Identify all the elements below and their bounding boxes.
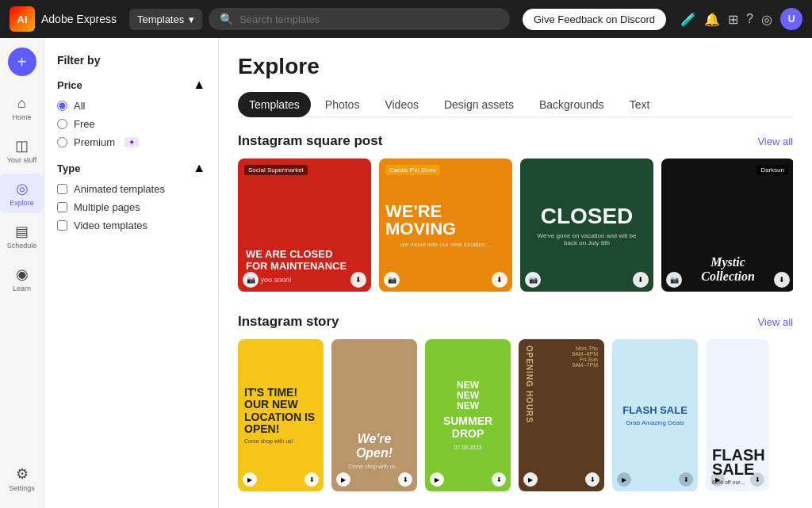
instagram-square-viewall[interactable]: View all (757, 136, 793, 147)
tab-videos[interactable]: Videos (373, 92, 430, 117)
tab-photos[interactable]: Photos (314, 92, 371, 117)
create-button[interactable]: + (8, 48, 36, 76)
animated-checkbox[interactable] (57, 184, 67, 194)
price-all-label: All (74, 100, 85, 112)
story-play-icon-6[interactable]: ▶ (710, 472, 725, 487)
template-dropdown[interactable]: Templates ▾ (129, 9, 202, 30)
instagram-story-grid: IT'S TIME! OUR NEW LOCATION IS OPEN! Com… (238, 339, 793, 491)
story-opening-text: OPENING HOURS (525, 346, 534, 485)
search-input[interactable] (239, 13, 499, 25)
template-story-card[interactable]: IT'S TIME! OUR NEW LOCATION IS OPEN! Com… (238, 339, 324, 491)
template-story-card[interactable]: OPENING HOURS Mon-Thu9AM–8PMFri-Sun9AM–7… (519, 339, 604, 491)
explore-icon: ◎ (16, 180, 29, 197)
story-save-icon-4[interactable]: ⬇ (585, 472, 599, 487)
story-play-icon[interactable]: ▶ (243, 472, 257, 487)
card-save-icon[interactable]: ⬇ (350, 272, 366, 288)
tab-backgrounds[interactable]: Backgrounds (528, 92, 615, 117)
filter-type-header[interactable]: Type ▲ (57, 161, 205, 175)
story-play-icon-2[interactable]: ▶ (336, 472, 350, 487)
instagram-story-viewall[interactable]: View all (757, 316, 793, 328)
video-checkbox[interactable] (57, 220, 67, 231)
tab-templates[interactable]: Templates (238, 92, 311, 117)
apps-icon[interactable]: ⊞ (728, 12, 738, 27)
filter-type-label: Type (57, 162, 80, 174)
instagram-square-grid: Social Supermarket WE ARE CLOSEDFOR MAIN… (238, 159, 793, 292)
story-hours-info: Mon-Thu9AM–8PMFri-Sun9AM–7PM (572, 346, 598, 368)
filter-price-all[interactable]: All (57, 100, 205, 112)
filter-price-free[interactable]: Free (57, 118, 205, 130)
card-moving-sub: we move into our new location... (400, 241, 491, 248)
content-area: Filter by Price ▲ All Free Premium ✦ (44, 38, 812, 508)
instagram-story-header: Instagram story View all (238, 314, 793, 330)
logo-text: Ai (17, 13, 28, 25)
filter-type-section: Type ▲ Animated templates Multiple pages… (57, 161, 205, 231)
card-camera-icon[interactable]: 📷 (243, 272, 259, 288)
sidebar-home-label: Home (12, 113, 31, 121)
sidebar-item-settings[interactable]: ⚙ Settings (0, 459, 44, 498)
story-date: 07.03.2023 (454, 445, 481, 450)
multipages-checkbox[interactable] (57, 202, 67, 212)
story-save-icon-5[interactable]: ⬇ (679, 472, 693, 487)
story-flash-text: Flash Sale (622, 404, 688, 416)
sidebar-item-yourstuff[interactable]: ◫ Your stuff (0, 131, 44, 170)
adobe-logo: Ai (10, 6, 35, 32)
sidebar-settings-label: Settings (9, 484, 35, 492)
feedback-button[interactable]: Give Feedback on Discord (523, 9, 666, 30)
template-card[interactable]: Social Supermarket WE ARE CLOSEDFOR MAIN… (238, 159, 371, 292)
tab-text[interactable]: Text (619, 92, 661, 117)
instagram-square-title: Instagram square post (238, 133, 382, 149)
story-save-icon-6[interactable]: ⬇ (750, 472, 764, 487)
template-story-card[interactable]: NEWNEWNEW SUMMERDROP 07.03.2023 ▶ ⬇ (425, 339, 511, 491)
story-play-icon-3[interactable]: ▶ (430, 472, 444, 487)
sidebar-item-schedule[interactable]: ▤ Schedule (0, 216, 44, 256)
card-save-icon-3[interactable]: ⬇ (633, 272, 649, 288)
help-icon[interactable]: ? (746, 12, 753, 26)
template-card[interactable]: Cardie Pet Store We're Moving we move in… (379, 159, 512, 292)
filter-type-video[interactable]: Video templates (57, 220, 205, 231)
animated-label: Animated templates (74, 183, 165, 195)
yourstuff-icon: ◫ (15, 137, 29, 155)
notification-icon[interactable]: 🔔 (704, 12, 720, 27)
sidebar-item-explore[interactable]: ◎ Explore (0, 174, 44, 213)
filter-price-header[interactable]: Price ▲ (57, 78, 205, 92)
story-save-icon-2[interactable]: ⬇ (398, 472, 412, 487)
story-play-icon-5[interactable]: ▶ (617, 472, 631, 487)
price-free-radio[interactable] (57, 119, 67, 129)
filter-price-label: Price (57, 79, 82, 91)
price-premium-radio[interactable] (57, 137, 67, 147)
labs-icon[interactable]: 🧪 (680, 12, 696, 27)
card-camera-icon-4[interactable]: 📷 (666, 272, 682, 288)
filter-price-section: Price ▲ All Free Premium ✦ (57, 78, 205, 148)
card-badge-store: Cardie Pet Store (385, 165, 440, 175)
filter-type-multipages[interactable]: Multiple pages (57, 201, 205, 213)
tab-design-assets[interactable]: Design assets (433, 92, 525, 117)
card-save-icon-4[interactable]: ⬇ (774, 272, 790, 288)
template-story-card[interactable]: We're Open! Come shop with us... ▶ ⬇ (331, 339, 417, 491)
explore-title: Explore (238, 54, 793, 79)
card-save-icon-2[interactable]: ⬇ (492, 272, 508, 288)
card-badge: Social Supermarket (244, 165, 308, 175)
nav-icons: 🧪 🔔 ⊞ ? ◎ U (680, 8, 802, 30)
story-save-icon-3[interactable]: ⬇ (492, 472, 506, 487)
template-card[interactable]: Closed We've gone on vacation and will b… (520, 159, 653, 292)
learn-icon: ◉ (16, 265, 29, 283)
filter-price-premium[interactable]: Premium ✦ (57, 136, 205, 148)
story-play-icon-4[interactable]: ▶ (523, 472, 538, 487)
card-camera-icon-2[interactable]: 📷 (384, 272, 400, 288)
explore-tabs: Templates Photos Videos Design assets Ba… (238, 92, 793, 117)
avatar[interactable]: U (780, 8, 802, 30)
story-open-text: We're Open! (338, 432, 411, 460)
template-card[interactable]: Darksun MysticCollection 📷 ⬇ (661, 159, 793, 292)
template-story-card[interactable]: FlashSale 60% off our... ▶ ⬇ (706, 339, 769, 491)
sidebar-item-learn[interactable]: ◉ Learn (0, 259, 44, 299)
story-save-icon[interactable]: ⬇ (304, 472, 319, 487)
price-all-radio[interactable] (57, 101, 67, 111)
app-name: Adobe Express (41, 13, 117, 25)
settings-nav-icon[interactable]: ◎ (761, 12, 772, 27)
card-closed-text: Closed (541, 204, 634, 229)
sidebar-item-home[interactable]: ⌂ Home (0, 89, 44, 128)
filter-type-animated[interactable]: Animated templates (57, 183, 205, 195)
card-camera-icon-3[interactable]: 📷 (525, 272, 541, 288)
template-story-card[interactable]: Flash Sale Grab Amazing Deals ▶ ⬇ (612, 339, 698, 491)
sidebar-learn-label: Learn (13, 285, 31, 292)
